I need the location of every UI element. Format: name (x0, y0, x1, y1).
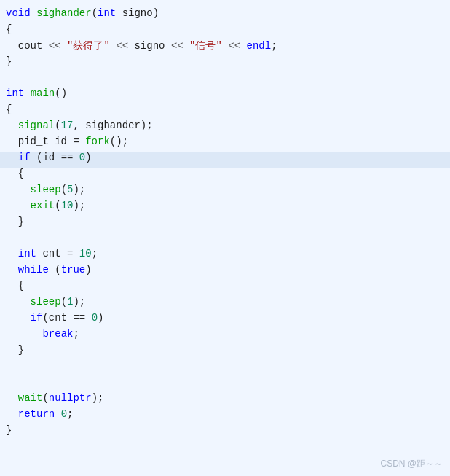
code-line-22: } (0, 344, 450, 360)
code-line-4: } (0, 55, 450, 71)
code-line-27: } (0, 424, 450, 440)
code-line-1: void sighander ( int signo) (0, 7, 450, 23)
code-line-12: sleep ( 5 ); (0, 184, 450, 200)
code-line-8: signal ( 17 , sighander); (0, 120, 450, 136)
code-line-13: exit ( 10 ); (0, 200, 450, 216)
code-line-23 (0, 360, 450, 376)
code-line-9: pid_t id = fork (); (0, 136, 450, 152)
code-line-10: if ( id == 0 ) (0, 152, 450, 168)
code-line-6: int main () (0, 87, 450, 104)
code-line-17: while ( true ) (0, 264, 450, 280)
keyword-void: void (6, 7, 31, 19)
code-line-5 (0, 71, 450, 87)
code-line-7: { (0, 104, 450, 120)
code-line-2: { (0, 23, 450, 39)
code-line-14: } (0, 216, 450, 232)
code-container: void sighander ( int signo) { cout << "获… (0, 0, 450, 476)
watermark: CSDN @距～～ (380, 458, 443, 470)
code-line-21: break ; (0, 328, 450, 344)
code-line-16: int cnt = 10 ; (0, 248, 450, 264)
code-line-19: sleep ( 1 ); (0, 296, 450, 312)
code-line-3: cout << "获得了" << signo << "信号" << endl ; (0, 39, 450, 55)
code-line-15 (0, 232, 450, 248)
code-line-20: if (cnt == 0 ) (0, 312, 450, 328)
code-line-18: { (0, 280, 450, 296)
code-line-24 (0, 376, 450, 392)
fn-sighander: sighander (36, 7, 92, 19)
code-line-25: wait ( nullptr ); (0, 392, 450, 408)
code-line-26: return 0 ; (0, 408, 450, 424)
code-line-11: { (0, 168, 450, 184)
